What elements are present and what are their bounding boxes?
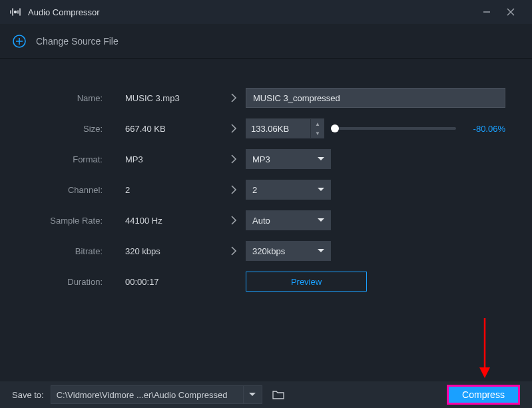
caret-down-icon <box>318 218 324 222</box>
channel-current: 2 <box>112 185 222 195</box>
chevron-right-icon <box>222 215 246 226</box>
row-size: Size: 667.40 KB 133.06KB ▲ ▼ -80.06% <box>0 113 532 144</box>
size-slider[interactable] <box>331 118 456 138</box>
bitrate-select-value: 320kbps <box>252 246 285 256</box>
size-label: Size: <box>0 124 112 134</box>
size-percent: -80.06% <box>463 124 505 134</box>
compressor-form: Name: MUSIC 3.mp3 Size: 667.40 KB 133.06… <box>0 59 532 297</box>
size-slider-thumb[interactable] <box>331 124 339 132</box>
change-source-row: Change Source File <box>0 24 532 59</box>
row-duration: Duration: 00:00:17 Preview <box>0 266 532 297</box>
format-select[interactable]: MP3 <box>246 149 331 169</box>
compress-button[interactable]: Compress <box>447 385 520 405</box>
samplerate-select-value: Auto <box>252 216 270 226</box>
titlebar: Audio Compressor <box>0 0 532 24</box>
annotation-arrow-icon <box>478 318 491 379</box>
name-label: Name: <box>0 93 112 103</box>
size-current: 667.40 KB <box>112 124 222 134</box>
row-format: Format: MP3 MP3 <box>0 144 532 174</box>
chevron-right-icon <box>222 93 246 103</box>
window-title: Audio Compressor <box>28 7 100 17</box>
svg-point-0 <box>14 11 17 13</box>
row-bitrate: Bitrate: 320 kbps 320kbps <box>0 236 532 266</box>
row-channel: Channel: 2 2 <box>0 174 532 205</box>
size-down-icon[interactable]: ▼ <box>311 128 324 138</box>
name-input[interactable] <box>246 88 505 108</box>
caret-down-icon <box>318 249 324 253</box>
samplerate-select[interactable]: Auto <box>246 210 331 230</box>
chevron-right-icon <box>222 123 246 134</box>
bitrate-select[interactable]: 320kbps <box>246 241 331 261</box>
format-label: Format: <box>0 154 112 164</box>
caret-down-icon <box>318 157 324 161</box>
duration-label: Duration: <box>0 277 112 287</box>
save-path-dropdown[interactable] <box>244 385 262 404</box>
add-source-icon[interactable] <box>12 34 27 49</box>
duration-current: 00:00:17 <box>112 277 222 287</box>
name-current: MUSIC 3.mp3 <box>112 93 222 103</box>
bitrate-label: Bitrate: <box>0 246 112 256</box>
samplerate-label: Sample Rate: <box>0 216 112 226</box>
channel-select[interactable]: 2 <box>246 180 331 200</box>
app-logo-icon <box>9 7 21 17</box>
channel-select-value: 2 <box>252 185 257 195</box>
format-select-value: MP3 <box>252 154 270 164</box>
row-name: Name: MUSIC 3.mp3 <box>0 83 532 113</box>
format-current: MP3 <box>112 154 222 164</box>
compress-button-label: Compress <box>462 389 505 400</box>
bitrate-current: 320 kbps <box>112 246 222 256</box>
preview-button[interactable]: Preview <box>246 272 367 292</box>
save-path-input[interactable] <box>51 385 244 404</box>
minimize-button[interactable] <box>475 0 499 24</box>
chevron-right-icon <box>222 184 246 195</box>
chevron-right-icon <box>222 246 246 256</box>
row-samplerate: Sample Rate: 44100 Hz Auto <box>0 205 532 236</box>
save-to-label: Save to: <box>12 390 44 400</box>
change-source-label[interactable]: Change Source File <box>36 36 119 47</box>
size-spinner-value: 133.06KB <box>246 124 310 134</box>
caret-down-icon <box>318 188 324 192</box>
bottombar: Save to: Compress <box>0 381 532 408</box>
close-button[interactable] <box>499 0 523 24</box>
size-up-icon[interactable]: ▲ <box>311 119 324 128</box>
open-folder-button[interactable] <box>269 385 288 404</box>
size-spinner[interactable]: 133.06KB ▲ ▼ <box>246 118 324 138</box>
chevron-right-icon <box>222 154 246 164</box>
channel-label: Channel: <box>0 185 112 195</box>
samplerate-current: 44100 Hz <box>112 216 222 226</box>
